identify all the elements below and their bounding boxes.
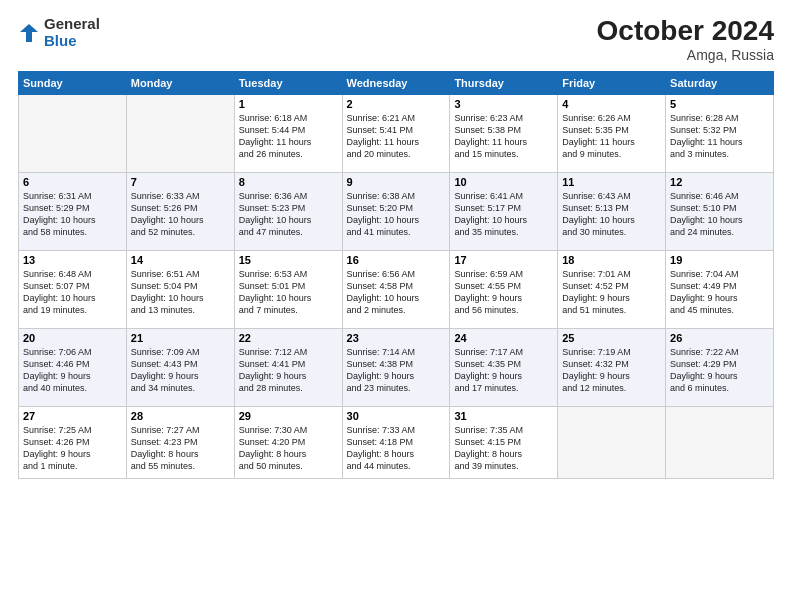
day-info: Sunrise: 6:59 AM Sunset: 4:55 PM Dayligh… [454, 268, 553, 317]
day-number: 18 [562, 254, 661, 266]
day-cell: 23Sunrise: 7:14 AM Sunset: 4:38 PM Dayli… [342, 328, 450, 406]
day-cell: 21Sunrise: 7:09 AM Sunset: 4:43 PM Dayli… [126, 328, 234, 406]
day-cell: 2Sunrise: 6:21 AM Sunset: 5:41 PM Daylig… [342, 94, 450, 172]
calendar-table: Sunday Monday Tuesday Wednesday Thursday… [18, 71, 774, 479]
day-cell [558, 406, 666, 478]
day-info: Sunrise: 6:28 AM Sunset: 5:32 PM Dayligh… [670, 112, 769, 161]
day-info: Sunrise: 7:35 AM Sunset: 4:15 PM Dayligh… [454, 424, 553, 473]
day-info: Sunrise: 6:43 AM Sunset: 5:13 PM Dayligh… [562, 190, 661, 239]
day-cell: 19Sunrise: 7:04 AM Sunset: 4:49 PM Dayli… [666, 250, 774, 328]
day-number: 31 [454, 410, 553, 422]
week-row-1: 1Sunrise: 6:18 AM Sunset: 5:44 PM Daylig… [19, 94, 774, 172]
day-number: 23 [347, 332, 446, 344]
day-cell: 13Sunrise: 6:48 AM Sunset: 5:07 PM Dayli… [19, 250, 127, 328]
day-cell [126, 94, 234, 172]
day-info: Sunrise: 7:22 AM Sunset: 4:29 PM Dayligh… [670, 346, 769, 395]
day-info: Sunrise: 7:17 AM Sunset: 4:35 PM Dayligh… [454, 346, 553, 395]
week-row-4: 20Sunrise: 7:06 AM Sunset: 4:46 PM Dayli… [19, 328, 774, 406]
day-number: 30 [347, 410, 446, 422]
day-info: Sunrise: 6:36 AM Sunset: 5:23 PM Dayligh… [239, 190, 338, 239]
day-info: Sunrise: 6:38 AM Sunset: 5:20 PM Dayligh… [347, 190, 446, 239]
day-number: 28 [131, 410, 230, 422]
day-number: 14 [131, 254, 230, 266]
header-sunday: Sunday [19, 71, 127, 94]
day-info: Sunrise: 7:30 AM Sunset: 4:20 PM Dayligh… [239, 424, 338, 473]
day-cell: 27Sunrise: 7:25 AM Sunset: 4:26 PM Dayli… [19, 406, 127, 478]
month-title: October 2024 [597, 16, 774, 47]
day-cell: 11Sunrise: 6:43 AM Sunset: 5:13 PM Dayli… [558, 172, 666, 250]
week-row-5: 27Sunrise: 7:25 AM Sunset: 4:26 PM Dayli… [19, 406, 774, 478]
logo-icon [18, 22, 40, 44]
day-number: 24 [454, 332, 553, 344]
day-info: Sunrise: 6:21 AM Sunset: 5:41 PM Dayligh… [347, 112, 446, 161]
logo: General Blue [18, 16, 100, 49]
header-row: Sunday Monday Tuesday Wednesday Thursday… [19, 71, 774, 94]
header-friday: Friday [558, 71, 666, 94]
day-info: Sunrise: 6:33 AM Sunset: 5:26 PM Dayligh… [131, 190, 230, 239]
day-cell: 6Sunrise: 6:31 AM Sunset: 5:29 PM Daylig… [19, 172, 127, 250]
day-cell: 28Sunrise: 7:27 AM Sunset: 4:23 PM Dayli… [126, 406, 234, 478]
day-cell [19, 94, 127, 172]
day-cell: 25Sunrise: 7:19 AM Sunset: 4:32 PM Dayli… [558, 328, 666, 406]
day-info: Sunrise: 6:53 AM Sunset: 5:01 PM Dayligh… [239, 268, 338, 317]
day-cell: 20Sunrise: 7:06 AM Sunset: 4:46 PM Dayli… [19, 328, 127, 406]
day-info: Sunrise: 7:09 AM Sunset: 4:43 PM Dayligh… [131, 346, 230, 395]
day-number: 3 [454, 98, 553, 110]
day-info: Sunrise: 6:48 AM Sunset: 5:07 PM Dayligh… [23, 268, 122, 317]
day-number: 22 [239, 332, 338, 344]
day-cell: 8Sunrise: 6:36 AM Sunset: 5:23 PM Daylig… [234, 172, 342, 250]
day-cell: 24Sunrise: 7:17 AM Sunset: 4:35 PM Dayli… [450, 328, 558, 406]
logo-general-text: General [44, 16, 100, 33]
day-cell: 9Sunrise: 6:38 AM Sunset: 5:20 PM Daylig… [342, 172, 450, 250]
calendar-header: Sunday Monday Tuesday Wednesday Thursday… [19, 71, 774, 94]
logo-blue-text: Blue [44, 33, 100, 50]
day-number: 9 [347, 176, 446, 188]
header-wednesday: Wednesday [342, 71, 450, 94]
day-cell: 14Sunrise: 6:51 AM Sunset: 5:04 PM Dayli… [126, 250, 234, 328]
week-row-2: 6Sunrise: 6:31 AM Sunset: 5:29 PM Daylig… [19, 172, 774, 250]
location: Amga, Russia [597, 47, 774, 63]
day-number: 29 [239, 410, 338, 422]
day-cell: 1Sunrise: 6:18 AM Sunset: 5:44 PM Daylig… [234, 94, 342, 172]
day-info: Sunrise: 7:06 AM Sunset: 4:46 PM Dayligh… [23, 346, 122, 395]
day-number: 20 [23, 332, 122, 344]
day-cell: 3Sunrise: 6:23 AM Sunset: 5:38 PM Daylig… [450, 94, 558, 172]
day-number: 10 [454, 176, 553, 188]
calendar-body: 1Sunrise: 6:18 AM Sunset: 5:44 PM Daylig… [19, 94, 774, 478]
day-number: 19 [670, 254, 769, 266]
day-number: 2 [347, 98, 446, 110]
day-info: Sunrise: 7:27 AM Sunset: 4:23 PM Dayligh… [131, 424, 230, 473]
day-number: 4 [562, 98, 661, 110]
day-number: 15 [239, 254, 338, 266]
day-info: Sunrise: 6:56 AM Sunset: 4:58 PM Dayligh… [347, 268, 446, 317]
day-cell: 17Sunrise: 6:59 AM Sunset: 4:55 PM Dayli… [450, 250, 558, 328]
day-info: Sunrise: 7:14 AM Sunset: 4:38 PM Dayligh… [347, 346, 446, 395]
day-info: Sunrise: 7:33 AM Sunset: 4:18 PM Dayligh… [347, 424, 446, 473]
calendar-page: General Blue October 2024 Amga, Russia S… [0, 0, 792, 612]
day-number: 17 [454, 254, 553, 266]
svg-marker-0 [20, 24, 38, 42]
day-number: 11 [562, 176, 661, 188]
day-cell: 18Sunrise: 7:01 AM Sunset: 4:52 PM Dayli… [558, 250, 666, 328]
day-cell: 30Sunrise: 7:33 AM Sunset: 4:18 PM Dayli… [342, 406, 450, 478]
header: General Blue October 2024 Amga, Russia [18, 16, 774, 63]
day-cell: 16Sunrise: 6:56 AM Sunset: 4:58 PM Dayli… [342, 250, 450, 328]
day-cell: 5Sunrise: 6:28 AM Sunset: 5:32 PM Daylig… [666, 94, 774, 172]
day-info: Sunrise: 6:41 AM Sunset: 5:17 PM Dayligh… [454, 190, 553, 239]
day-cell: 15Sunrise: 6:53 AM Sunset: 5:01 PM Dayli… [234, 250, 342, 328]
day-number: 6 [23, 176, 122, 188]
day-info: Sunrise: 7:01 AM Sunset: 4:52 PM Dayligh… [562, 268, 661, 317]
day-info: Sunrise: 7:04 AM Sunset: 4:49 PM Dayligh… [670, 268, 769, 317]
day-info: Sunrise: 6:31 AM Sunset: 5:29 PM Dayligh… [23, 190, 122, 239]
day-number: 16 [347, 254, 446, 266]
day-info: Sunrise: 6:18 AM Sunset: 5:44 PM Dayligh… [239, 112, 338, 161]
day-number: 7 [131, 176, 230, 188]
day-number: 8 [239, 176, 338, 188]
day-info: Sunrise: 7:12 AM Sunset: 4:41 PM Dayligh… [239, 346, 338, 395]
header-thursday: Thursday [450, 71, 558, 94]
day-number: 26 [670, 332, 769, 344]
day-info: Sunrise: 6:46 AM Sunset: 5:10 PM Dayligh… [670, 190, 769, 239]
day-cell: 7Sunrise: 6:33 AM Sunset: 5:26 PM Daylig… [126, 172, 234, 250]
day-number: 12 [670, 176, 769, 188]
day-cell: 22Sunrise: 7:12 AM Sunset: 4:41 PM Dayli… [234, 328, 342, 406]
